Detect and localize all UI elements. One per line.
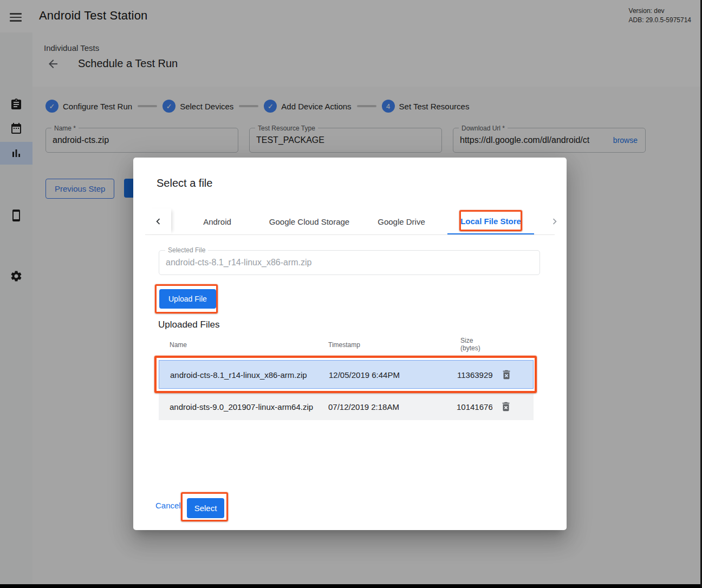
tabs: Android Google Cloud Storage Google Driv… <box>171 208 534 234</box>
chevron-left-icon <box>152 215 164 227</box>
chevron-right-icon <box>549 215 561 227</box>
selected-file-label: Selected File <box>165 246 208 254</box>
selected-file-value: android-cts-8.1_r14-linux_x86-arm.zip <box>166 258 534 267</box>
upload-file-button[interactable]: Upload File <box>159 289 216 309</box>
selected-file-field[interactable]: Selected File android-cts-8.1_r14-linux_… <box>159 250 540 275</box>
timestamp-cell: 07/12/2019 2:18AM <box>328 402 399 411</box>
size-cell: 113639298 <box>457 370 493 379</box>
tabs-scroll-left-button[interactable] <box>145 208 171 234</box>
table-row[interactable]: android-sts-9.0_201907-linux-arm64.zip 0… <box>159 393 534 420</box>
size-header-line2: (bytes) <box>460 344 480 352</box>
cancel-button[interactable]: Cancel <box>155 499 181 512</box>
window-bottom-edge <box>0 584 702 588</box>
tab-google-cloud-storage[interactable]: Google Cloud Storage <box>263 208 355 234</box>
column-header-name: Name <box>170 341 187 349</box>
dialog-title: Select a file <box>157 177 212 190</box>
delete-file-button[interactable] <box>500 401 512 413</box>
trash-delete-icon <box>500 369 512 381</box>
column-header-timestamp: Timestamp <box>328 341 360 349</box>
delete-file-button[interactable] <box>500 369 512 381</box>
screen: Android Test Station Version: dev ADB: 2… <box>0 0 702 588</box>
table-row-selected[interactable]: android-cts-8.1_r14-linux_x86-arm.zip 12… <box>159 360 534 389</box>
select-file-dialog: Select a file Android Google Cloud Stora… <box>133 158 567 530</box>
size-cell: 101416764 <box>457 402 492 411</box>
table-header-row: Name Timestamp Size (bytes) <box>159 334 534 356</box>
tab-android[interactable]: Android <box>171 208 263 234</box>
tab-google-drive[interactable]: Google Drive <box>355 208 447 234</box>
uploaded-files-heading: Uploaded Files <box>158 319 219 330</box>
select-button[interactable]: Select <box>187 498 224 518</box>
timestamp-cell: 12/05/2019 6:44PM <box>329 370 400 379</box>
file-source-tabbar: Android Google Cloud Storage Google Driv… <box>145 208 555 235</box>
trash-delete-icon <box>500 401 512 413</box>
column-header-size: Size (bytes) <box>460 337 480 352</box>
tabs-scroll-right-button[interactable] <box>546 208 563 234</box>
size-header-line1: Size <box>460 337 473 344</box>
file-name-cell: android-sts-9.0_201907-linux-arm64.zip <box>170 402 313 411</box>
tab-local-file-store[interactable]: Local File Store <box>447 208 534 234</box>
file-name-cell: android-cts-8.1_r14-linux_x86-arm.zip <box>170 370 307 379</box>
